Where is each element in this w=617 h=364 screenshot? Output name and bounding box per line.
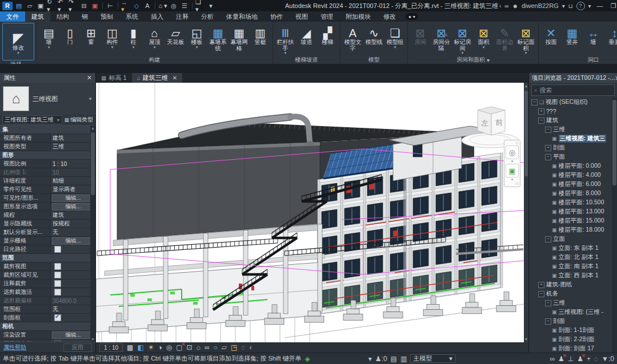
screencast-button[interactable]: ●▾ (406, 13, 418, 20)
help-icon[interactable]: ? (576, 2, 585, 10)
ribbon-tab-文件[interactable]: 文件 (0, 11, 25, 22)
ribbon-button-按面[interactable]: ✕按面 (540, 23, 562, 46)
ribbon-button-模型线[interactable]: ∿模型线 (363, 23, 384, 46)
active-workset-icon[interactable]: ♟:0 (375, 355, 387, 362)
browser-item[interactable]: −剖面 (529, 317, 617, 326)
checkbox[interactable] (54, 314, 61, 321)
browser-item[interactable]: ▣立面: 西 副本 1 (529, 271, 617, 280)
property-value[interactable]: 无 (50, 305, 95, 313)
ribbon-button-楼梯[interactable]: ▞楼梯 (317, 23, 338, 46)
print-icon[interactable]: ⊟ (79, 2, 89, 10)
property-value[interactable] (50, 288, 95, 296)
zoom-dropdown-icon[interactable]: ▾ (511, 178, 514, 181)
edit-button[interactable]: 编辑... (52, 203, 94, 211)
communication-center-icon[interactable]: ∞ (504, 3, 508, 9)
property-value[interactable] (50, 314, 95, 322)
properties-scrollbar[interactable]: ▲▼ (90, 126, 95, 342)
design-options-icon[interactable]: ▤ (391, 355, 397, 362)
ribbon-button-窗[interactable]: ⊞窗 (81, 23, 102, 46)
help-dropdown-icon[interactable]: ▾ (588, 3, 591, 9)
ribbon-button-竖井[interactable]: ▦竖井 (562, 23, 583, 46)
property-value[interactable]: 编辑... (50, 203, 95, 211)
ribbon-button-幕墙网格[interactable]: ▦幕墙网格 (229, 23, 250, 52)
ribbon-button-栏杆扶手[interactable]: Ⅲ栏杆扶手▾ (275, 23, 296, 55)
view-scale-label[interactable]: 1 : 10 (99, 343, 123, 352)
ribbon-button-模型文字[interactable]: A模型文字 (342, 23, 363, 52)
property-value[interactable]: 三维 (50, 143, 95, 151)
visual-style-icon[interactable]: ◧ (137, 344, 143, 351)
property-value[interactable] (50, 262, 95, 270)
ribbon-button-墙[interactable]: ↔墙 (583, 23, 604, 46)
browser-item[interactable]: ▣楼层平面: 13.000 (529, 207, 617, 216)
ribbon-button-天花板[interactable]: ▱天花板 (165, 23, 186, 46)
property-value[interactable]: 1 : 10 (50, 160, 95, 168)
save-icon[interactable]: ▣ (36, 2, 45, 10)
property-value[interactable]: 精细 (50, 177, 95, 185)
viewcube-left-face-label[interactable]: 左 (481, 119, 488, 127)
panel-footer[interactable]: 洞口 (539, 56, 617, 64)
tree-expander-icon[interactable]: + (545, 145, 551, 151)
property-value[interactable] (50, 271, 95, 279)
browser-item[interactable]: ▣剖面: 1-1剖面 (529, 326, 617, 335)
browser-item[interactable]: −立面 (529, 234, 617, 244)
tree-expander-icon[interactable]: − (545, 300, 551, 306)
ribbon-tab-插入[interactable]: 插入 (145, 11, 170, 22)
ribbon-tab-附加模块[interactable]: 附加模块 (339, 11, 377, 22)
tree-expander-icon[interactable]: − (545, 127, 551, 133)
panel-footer[interactable]: 房间和面积▾ (408, 56, 538, 64)
ribbon-tab-建筑[interactable]: 建筑 (25, 11, 50, 22)
properties-title-bar[interactable]: 属性 ✕ (0, 73, 95, 83)
username-label[interactable]: diwenB22RG (522, 2, 559, 9)
measure-icon[interactable]: ⊢ (106, 2, 115, 10)
panel-footer[interactable]: 模型 (341, 56, 407, 64)
browser-item[interactable]: ▣楼层平面: 15.000 (529, 216, 617, 225)
tree-expander-icon[interactable]: + (538, 282, 544, 288)
checkbox[interactable] (54, 263, 61, 270)
select-underlay-icon[interactable]: ♟✕ (558, 355, 564, 362)
browser-item[interactable]: ▣楼层平面: 18.000 (529, 225, 617, 234)
browser-search-box[interactable]: ⌕ 搜索 (531, 84, 615, 96)
edit-type-button[interactable]: ▦ 编辑类型 (64, 116, 93, 124)
zoom-tool-icon[interactable]: ▣ (506, 164, 519, 177)
property-value[interactable]: 无 (50, 228, 95, 236)
back-icon[interactable]: ‹ (499, 3, 501, 9)
browser-item[interactable]: −三维 (529, 298, 617, 308)
ribbon-button-柱[interactable]: ▮柱▾ (123, 23, 144, 49)
browser-item[interactable]: −建筑 (529, 116, 617, 125)
ribbon-tab-视图[interactable]: 视图 (289, 11, 314, 22)
close-icon[interactable]: ✕ (173, 75, 177, 81)
checkbox[interactable] (54, 272, 61, 278)
analytical-model-icon[interactable]: ▱ (222, 344, 227, 351)
close-icon[interactable]: ✕ (615, 75, 617, 82)
collapse-icon[interactable]: ‹ (249, 344, 251, 351)
ribbon-tab-注释[interactable]: 注释 (170, 11, 195, 22)
ribbon-tab-系统[interactable]: 系统 (119, 11, 145, 22)
ribbon-button-竖梃[interactable]: ▥竖梃 (250, 23, 271, 46)
tree-expander-icon[interactable]: − (545, 318, 551, 325)
property-value[interactable]: 建筑 (50, 134, 95, 142)
viewcube-front-face-label[interactable]: 前 (495, 118, 503, 127)
view-tab-建筑三维[interactable]: ⌂建筑三维✕ (132, 73, 182, 83)
file-properties-icon[interactable]: ▤ (14, 2, 23, 10)
main-model-icon[interactable]: ▥ (400, 355, 407, 362)
ribbon-button-墙[interactable]: ▤墙▾ (38, 23, 59, 49)
tree-expander-icon[interactable]: + (538, 108, 544, 115)
browser-item[interactable]: ▣楼层平面: 8.000 (529, 189, 617, 198)
property-group-相机[interactable]: 相机 (0, 322, 95, 331)
user-dropdown-icon[interactable]: ▾ (562, 3, 565, 9)
property-value[interactable]: 编辑... (50, 194, 95, 202)
edit-button[interactable]: 编辑... (52, 237, 94, 245)
canvas-vertical-scrollbar[interactable]: ▲ ▼ (524, 83, 528, 342)
navbar-handle-icon[interactable]: ⊙ (515, 182, 519, 185)
steering-wheel-dropdown-icon[interactable]: ▾ (511, 160, 514, 163)
panel-footer[interactable]: 楼梯坡道 (274, 56, 339, 64)
browser-item[interactable]: ▣三维视图: 建筑三 (529, 134, 617, 143)
ribbon-button-垂直[interactable]: ↕垂直 (604, 23, 617, 46)
tree-expander-icon[interactable]: − (545, 236, 551, 242)
ribbon-button-标记房间[interactable]: ⊠标记房间▾ (452, 23, 473, 55)
checkbox[interactable] (54, 280, 61, 287)
select-by-face-icon[interactable]: ♟✕ (577, 355, 583, 362)
tree-expander-icon[interactable]: − (545, 154, 551, 160)
switch-windows-icon[interactable]: ❏ ▾ (195, 2, 205, 10)
text-icon[interactable]: A (143, 2, 152, 10)
